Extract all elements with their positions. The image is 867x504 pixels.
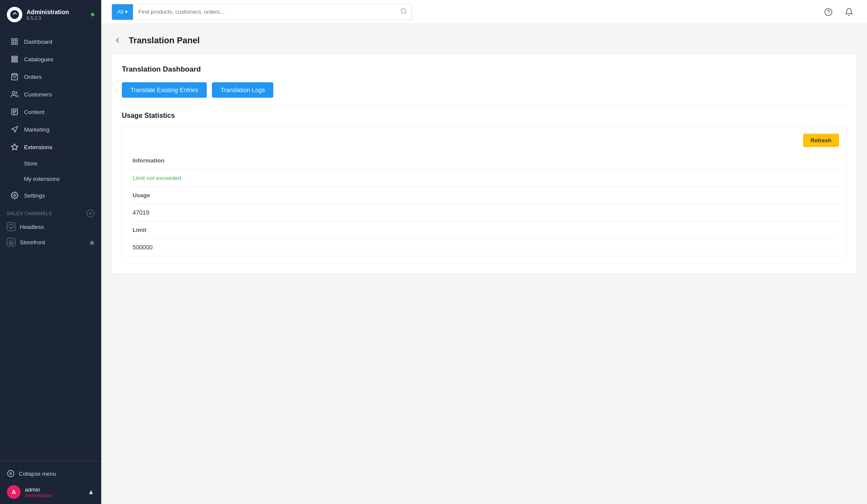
headless-label: Headless — [20, 224, 44, 230]
online-indicator — [91, 13, 94, 16]
svg-rect-2 — [12, 42, 14, 45]
sidebar-item-storefront[interactable]: Storefront ◉ — [0, 234, 101, 250]
svg-rect-3 — [15, 42, 18, 45]
sidebar-item-headless[interactable]: Headless — [0, 219, 101, 234]
sidebar-item-orders[interactable]: Orders — [3, 68, 98, 85]
sidebar-item-dashboard-label: Dashboard — [24, 39, 52, 45]
table-row: 500000 — [129, 239, 839, 256]
user-details: admin Administrator — [25, 486, 83, 498]
page-header: Translation Panel — [112, 34, 857, 46]
svg-rect-11 — [9, 225, 13, 228]
search-all-label: All — [117, 9, 123, 15]
extensions-icon — [10, 143, 19, 151]
search-container: All ▾ — [112, 4, 412, 20]
sidebar-item-catalogues-label: Catalogues — [24, 56, 53, 63]
table-row: Limit — [129, 222, 839, 239]
refresh-container: Refresh — [129, 134, 839, 147]
table-row: Information — [129, 152, 839, 169]
help-button[interactable] — [821, 4, 836, 20]
sidebar-item-store[interactable]: Store — [3, 156, 98, 171]
customers-icon — [10, 90, 19, 99]
svg-point-10 — [14, 195, 16, 197]
sidebar-item-content[interactable]: Content — [3, 103, 98, 120]
search-input[interactable] — [133, 6, 396, 18]
sidebar-item-orders-label: Orders — [24, 74, 42, 80]
sidebar: Administration 6.5.3.3 Dashboard Catalog… — [0, 0, 101, 504]
action-buttons: Translate Existing Entries Translation L… — [122, 82, 846, 98]
stats-table: Information Limit not exceeded. Usage 47… — [129, 152, 839, 256]
limit-value: 500000 — [129, 239, 839, 256]
user-name: admin — [25, 486, 83, 493]
table-row: 47019 — [129, 204, 839, 222]
storefront-label: Storefront — [20, 239, 45, 246]
sidebar-item-customers-label: Customers — [24, 91, 52, 98]
back-button[interactable] — [112, 34, 124, 46]
sidebar-item-extensions-label: Extensions — [24, 144, 52, 150]
sidebar-footer: Collapse menu A admin Administrator ▲ — [0, 461, 101, 504]
translation-logs-button[interactable]: Translation Logs — [212, 82, 273, 98]
svg-point-8 — [12, 91, 15, 94]
sidebar-item-dashboard[interactable]: Dashboard — [3, 33, 98, 50]
usage-value: 47019 — [129, 204, 839, 222]
svg-point-13 — [401, 9, 406, 13]
sidebar-item-store-label: Store — [24, 160, 37, 167]
settings-icon — [10, 191, 19, 200]
brand-name: Administration — [27, 9, 69, 15]
dashboard-icon — [10, 37, 19, 46]
translation-dashboard-title: Translation Dashboard — [122, 65, 846, 74]
main-content: All ▾ Translation Panel Tran — [101, 0, 867, 504]
sidebar-item-my-extensions[interactable]: My extensions — [3, 171, 98, 186]
user-avatar: A — [7, 485, 21, 499]
notifications-button[interactable] — [841, 4, 857, 20]
topbar: All ▾ — [101, 0, 867, 24]
page-title: Translation Panel — [129, 36, 200, 45]
svg-rect-0 — [12, 39, 14, 41]
brand-info: Administration 6.5.3.3 — [27, 9, 69, 21]
sidebar-item-content-label: Content — [24, 109, 44, 115]
usage-statistics-section: Usage Statistics Refresh Information Lim… — [122, 105, 846, 264]
translation-dashboard-card: Translation Dashboard Translate Existing… — [112, 55, 857, 274]
brand-version: 6.5.3.3 — [27, 15, 69, 21]
sidebar-nav: Dashboard Catalogues Orders Customers — [0, 29, 101, 461]
user-role: Administrator — [25, 493, 83, 498]
marketing-icon — [10, 125, 19, 134]
svg-rect-4 — [12, 56, 18, 57]
search-submit-button[interactable] — [396, 5, 411, 18]
sidebar-item-my-extensions-label: My extensions — [24, 176, 60, 182]
orders-icon — [10, 72, 19, 81]
sidebar-item-settings-label: Settings — [24, 192, 45, 199]
sidebar-item-catalogues[interactable]: Catalogues — [3, 51, 98, 68]
user-chevron-icon[interactable]: ▲ — [88, 488, 94, 496]
collapse-menu-button[interactable]: Collapse menu — [7, 466, 94, 481]
storefront-icon — [7, 238, 15, 246]
table-row: Usage — [129, 187, 839, 204]
content-icon — [10, 108, 19, 116]
add-sales-channel-button[interactable]: + — [87, 210, 94, 217]
sidebar-item-marketing[interactable]: Marketing — [3, 121, 98, 138]
svg-point-14 — [825, 8, 832, 15]
refresh-button[interactable]: Refresh — [803, 134, 839, 147]
limit-label: Limit — [129, 222, 839, 239]
svg-rect-6 — [12, 61, 18, 62]
sidebar-item-customers[interactable]: Customers — [3, 86, 98, 103]
search-all-chevron-icon: ▾ — [125, 9, 128, 15]
sidebar-item-marketing-label: Marketing — [24, 126, 49, 133]
information-value: Limit not exceeded. — [133, 175, 183, 181]
translate-existing-button[interactable]: Translate Existing Entries — [122, 82, 207, 98]
svg-rect-1 — [15, 39, 18, 41]
sidebar-item-extensions[interactable]: Extensions — [3, 138, 98, 156]
catalogues-icon — [10, 55, 19, 63]
usage-label: Usage — [129, 187, 839, 204]
sales-channels-section: Sales Channels + — [0, 204, 101, 219]
table-row: Limit not exceeded. — [129, 169, 839, 187]
storefront-eye-icon[interactable]: ◉ — [90, 239, 94, 246]
svg-rect-5 — [12, 59, 18, 60]
sidebar-logo — [7, 7, 22, 22]
information-label: Information — [129, 152, 839, 169]
content-area: Translation Panel Translation Dashboard … — [101, 24, 867, 504]
usage-statistics-title: Usage Statistics — [122, 112, 846, 120]
sidebar-header: Administration 6.5.3.3 — [0, 0, 101, 29]
search-all-button[interactable]: All ▾ — [112, 4, 133, 20]
sidebar-item-settings[interactable]: Settings — [3, 187, 98, 204]
collapse-menu-label: Collapse menu — [19, 471, 56, 477]
